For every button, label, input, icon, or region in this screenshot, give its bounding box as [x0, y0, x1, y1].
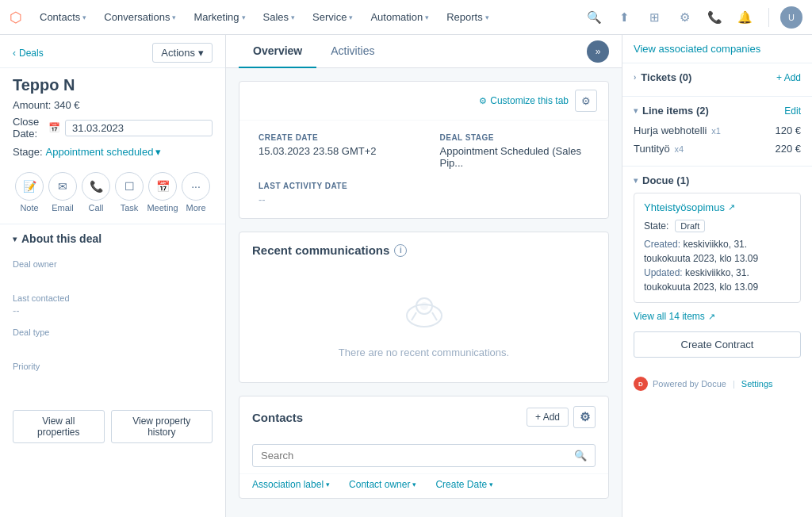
info-icon[interactable]: i: [394, 244, 407, 257]
powered-by-docue: D Powered by Docue | Settings: [622, 369, 812, 399]
docue-doc-title-link[interactable]: Yhteistyösopimus ↗: [644, 201, 791, 213]
add-contact-button[interactable]: + Add: [527, 408, 569, 427]
tab-overview[interactable]: Overview: [239, 35, 316, 68]
stage-chevron-icon: ▾: [155, 146, 161, 158]
contacts-search-input[interactable]: [261, 450, 569, 461]
actions-button[interactable]: Actions ▾: [152, 43, 213, 63]
line-items-list: Hurja webhotelli x1 120 € Tuntityö x4 22…: [634, 121, 801, 158]
line-items-chevron-icon: ▾: [634, 106, 638, 115]
tabs-bar: Overview Activities »: [226, 35, 622, 68]
nav-conversations[interactable]: Conversations ▾: [98, 8, 182, 26]
line-item-row: Tuntityö x4 220 €: [634, 140, 801, 158]
sidebar-header: ‹ Deals Actions ▾: [0, 35, 225, 68]
docue-settings-link[interactable]: Settings: [741, 379, 773, 389]
contacts-search-icon: 🔍: [574, 450, 587, 461]
nav-sales[interactable]: Sales ▾: [257, 8, 302, 26]
contact-owner-column-header[interactable]: Contact owner ▾: [349, 479, 416, 490]
customize-tab-link[interactable]: ⚙ Customize this tab: [479, 90, 569, 112]
task-icon: ☐: [115, 172, 144, 201]
calendar-icon: 📅: [48, 122, 60, 133]
close-date-input[interactable]: [65, 120, 213, 136]
left-sidebar: ‹ Deals Actions ▾ Teppo N Amount: 340 € …: [0, 35, 226, 517]
meeting-action[interactable]: 📅 Meeting: [146, 169, 179, 216]
line-items-section: ▾ Line items (2) Edit Hurja webhotelli x…: [622, 96, 812, 166]
contacts-columns: Association label ▾ Contact owner ▾ Crea…: [239, 473, 608, 498]
recent-communications-empty: There are no recent communications.: [239, 268, 608, 382]
svg-line-4: [432, 312, 437, 320]
contacts-card-header: Contacts + Add ⚙: [239, 396, 608, 438]
docue-logo-icon: D: [634, 377, 648, 391]
more-action[interactable]: ··· More: [179, 169, 213, 216]
about-deal-section-header[interactable]: ▾ About this deal: [0, 224, 225, 253]
right-top-section: View associated companies: [622, 35, 812, 63]
upgrade-icon[interactable]: ⬆: [611, 5, 637, 30]
task-action[interactable]: ☐ Task: [113, 169, 146, 216]
user-avatar[interactable]: U: [780, 6, 802, 29]
collapse-sidebar-button[interactable]: »: [587, 40, 609, 63]
back-arrow-icon: ‹: [13, 48, 16, 59]
contact-owner-chevron-icon: ▾: [412, 481, 416, 488]
deal-properties: Deal owner Last contacted -- Deal type P…: [0, 253, 225, 402]
property-priority: Priority: [13, 362, 213, 385]
docue-document-card: Yhteistyösopimus ↗ State: Draft Created:…: [634, 193, 801, 303]
notifications-icon[interactable]: 🔔: [732, 5, 757, 30]
overview-card-header: ⚙ Customize this tab ⚙: [239, 82, 608, 121]
stage-link[interactable]: Appointment scheduled ▾: [46, 146, 162, 158]
line-items-edit-button[interactable]: Edit: [784, 105, 801, 117]
svg-point-2: [420, 302, 428, 310]
contacts-settings-button[interactable]: ⚙: [573, 406, 596, 428]
nav-contacts[interactable]: Contacts ▾: [33, 8, 93, 26]
tickets-chevron-icon: ›: [634, 73, 636, 82]
deal-stage-row: Stage: Appointment scheduled ▾: [0, 143, 225, 161]
tab-activities[interactable]: Activities: [316, 35, 389, 68]
create-contract-button[interactable]: Create Contract: [634, 331, 801, 358]
line-items-section-header[interactable]: ▾ Line items (2) Edit: [634, 105, 801, 117]
assoc-label-column-header[interactable]: Association label ▾: [252, 479, 330, 490]
docue-meta: Created: keskiviikko, 31. toukokuuta 202…: [644, 237, 791, 294]
empty-state-icon: [400, 292, 448, 339]
main-content: Overview Activities » ⚙ Customize this t…: [226, 35, 622, 517]
nav-reports[interactable]: Reports ▾: [440, 8, 496, 26]
contacts-card: Contacts + Add ⚙ 🔍: [239, 396, 609, 499]
calls-icon[interactable]: 📞: [702, 5, 727, 30]
property-last-contacted: Last contacted --: [13, 293, 213, 316]
contacts-actions: + Add ⚙: [527, 406, 596, 428]
marketplace-icon[interactable]: ⊞: [642, 5, 667, 30]
search-icon[interactable]: 🔍: [581, 5, 607, 30]
settings-icon[interactable]: ⚙: [672, 5, 697, 30]
view-associated-companies-link[interactable]: View associated companies: [634, 43, 760, 55]
view-all-items-link[interactable]: View all 14 items ↗: [634, 311, 801, 322]
create-date-field: CREATE DATE 15.03.2023 23.58 GMT+2: [259, 133, 408, 169]
view-property-history-button[interactable]: View property history: [111, 410, 213, 443]
nav-service[interactable]: Service ▾: [306, 8, 359, 26]
overview-settings-button[interactable]: ⚙: [575, 90, 597, 112]
contacts-search-box: 🔍: [239, 438, 608, 473]
about-chevron-icon: ▾: [13, 235, 17, 243]
top-navigation: ⬡ Contacts ▾ Conversations ▾ Marketing ▾…: [0, 0, 812, 35]
more-icon: ···: [182, 172, 210, 201]
docue-state-row: State: Draft: [644, 220, 791, 232]
view-all-properties-button[interactable]: View all properties: [13, 410, 105, 443]
nav-marketing[interactable]: Marketing ▾: [187, 8, 251, 26]
tickets-add-button[interactable]: + Add: [776, 72, 801, 83]
tickets-section-header[interactable]: › Tickets (0) + Add: [634, 71, 801, 83]
email-action[interactable]: ✉ Email: [46, 169, 79, 216]
deal-title: Teppo N: [0, 68, 225, 98]
note-action[interactable]: 📝 Note: [13, 169, 46, 216]
create-date-column-header[interactable]: Create Date ▾: [435, 479, 493, 490]
breadcrumb-deals[interactable]: ‹ Deals: [13, 48, 44, 59]
main-scroll-area: ⚙ Customize this tab ⚙ CREATE DATE 15.03…: [226, 68, 622, 517]
external-link-icon: ↗: [728, 202, 735, 213]
recent-communications-card: Recent communications i There are no re: [239, 232, 609, 383]
hubspot-logo[interactable]: ⬡: [10, 9, 22, 26]
call-action[interactable]: 📞 Call: [79, 169, 113, 216]
deal-stage-field: DEAL STAGE Appointment Scheduled (Sales …: [440, 133, 590, 169]
docue-section-header[interactable]: ▾ Docue (1): [634, 174, 801, 186]
property-buttons: View all properties View property histor…: [0, 402, 225, 454]
assoc-label-chevron-icon: ▾: [326, 481, 330, 488]
recent-communications-header: Recent communications i: [239, 232, 608, 268]
property-deal-type: Deal type: [13, 327, 213, 350]
nav-automation[interactable]: Automation ▾: [364, 8, 435, 26]
customize-settings-icon: ⚙: [479, 96, 487, 106]
draft-badge: Draft: [675, 220, 705, 232]
